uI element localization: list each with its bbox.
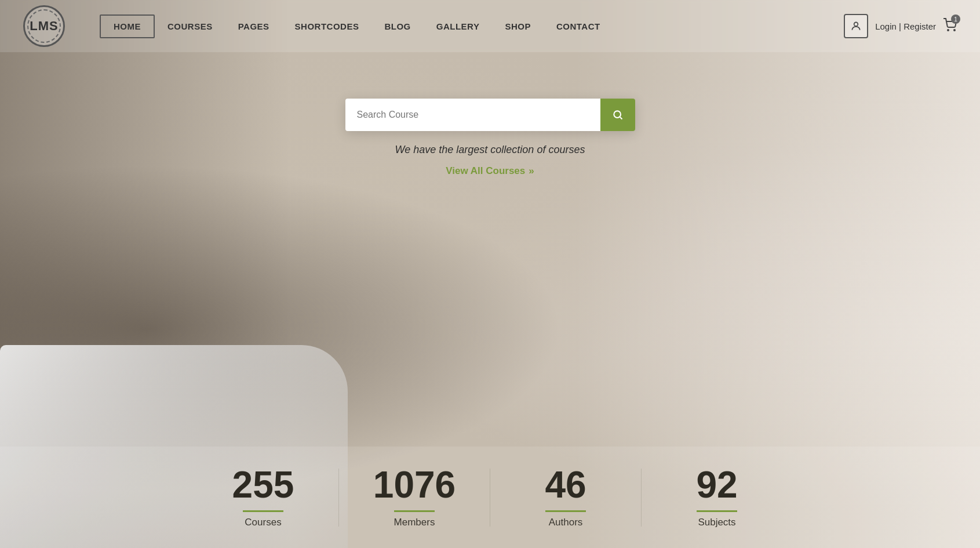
svg-point-2 [954, 30, 955, 31]
stat-authors-number: 46 [545, 466, 586, 503]
svg-point-1 [948, 30, 949, 31]
stats-bar: 255 Courses 1076 Members 46 Authors 92 S… [0, 447, 980, 548]
logo[interactable]: LMS [23, 5, 65, 47]
stat-authors: 46 Authors [490, 447, 641, 548]
svg-point-0 [854, 22, 858, 26]
search-icon [612, 109, 624, 121]
search-input[interactable] [345, 99, 600, 131]
user-icon-button[interactable] [844, 14, 868, 38]
nav-item-blog[interactable]: BLOG [371, 16, 423, 37]
cart-wrapper[interactable]: 1 [943, 18, 957, 34]
nav-item-shop[interactable]: SHOP [492, 16, 544, 37]
logo-text: LMS [30, 19, 58, 34]
stat-members-divider [394, 510, 435, 512]
search-bar [345, 99, 635, 131]
nav-item-gallery[interactable]: GALLERY [424, 16, 493, 37]
stat-subjects-label: Subjects [698, 517, 735, 528]
stat-courses-label: Courses [245, 517, 281, 528]
stat-members-number: 1076 [373, 466, 456, 503]
nav-links: HOME COURSES PAGES SHORTCODES BLOG GALLE… [100, 14, 844, 38]
login-link[interactable]: Login | Register [875, 21, 936, 31]
hero-content: We have the largest collection of course… [0, 52, 980, 177]
nav-item-courses[interactable]: COURSES [155, 16, 225, 37]
nav-right: Login | Register 1 [844, 14, 957, 38]
view-all-courses-link[interactable]: View All Courses » [446, 165, 534, 177]
nav-item-contact[interactable]: CONTACT [544, 16, 613, 37]
stat-courses-divider [243, 510, 283, 512]
svg-point-3 [614, 111, 621, 118]
search-button[interactable] [600, 99, 635, 131]
nav-item-shortcodes[interactable]: SHORTCODES [282, 16, 372, 37]
stat-courses-number: 255 [232, 466, 294, 503]
stat-subjects: 92 Subjects [642, 447, 792, 548]
nav-item-pages[interactable]: PAGES [225, 16, 282, 37]
hero-tagline: We have the largest collection of course… [395, 144, 585, 156]
user-icon [850, 20, 862, 32]
stat-authors-divider [545, 510, 586, 512]
stat-courses: 255 Courses [188, 447, 338, 548]
stat-subjects-number: 92 [696, 466, 737, 503]
stat-members: 1076 Members [339, 447, 490, 548]
stat-subjects-divider [697, 510, 737, 512]
svg-line-4 [620, 117, 622, 119]
cart-badge: 1 [951, 14, 960, 24]
navbar: LMS HOME COURSES PAGES SHORTCODES BLOG G… [0, 0, 980, 52]
stat-authors-label: Authors [549, 517, 583, 528]
logo-circle: LMS [23, 5, 65, 47]
stat-members-label: Members [394, 517, 435, 528]
nav-item-home[interactable]: HOME [100, 14, 155, 38]
